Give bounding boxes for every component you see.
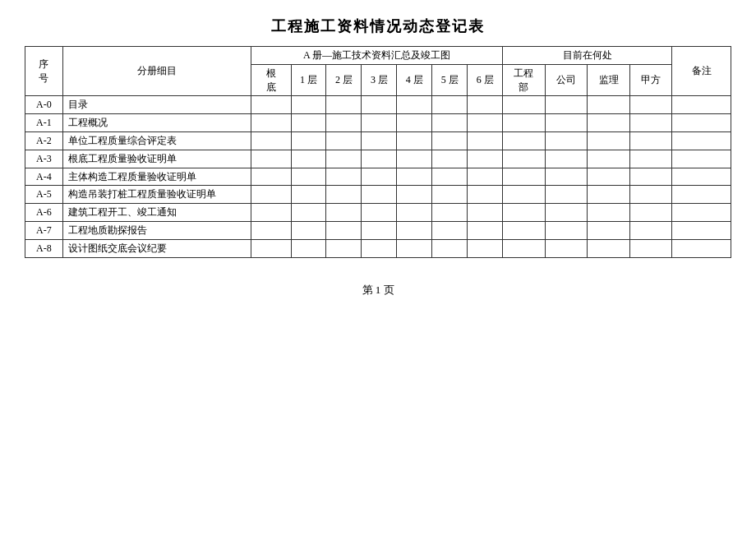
data-cell [468, 239, 503, 257]
row-id: A-5 [25, 186, 63, 204]
row-id: A-2 [25, 131, 63, 150]
col-2: 2 层 [326, 64, 362, 96]
page-footer: 第 1 页 [362, 283, 394, 297]
row-label: 根底工程质量验收证明单 [62, 150, 251, 168]
data-cell [291, 150, 326, 168]
data-cell [291, 131, 326, 150]
data-cell [672, 150, 731, 168]
data-cell [291, 186, 326, 204]
data-cell [672, 186, 731, 204]
data-cell [291, 204, 326, 222]
data-cell [545, 186, 588, 204]
data-cell [468, 150, 503, 168]
data-cell [251, 168, 291, 186]
data-cell [468, 186, 503, 204]
data-cell [326, 221, 362, 239]
data-cell [503, 239, 546, 257]
data-cell [629, 204, 672, 222]
data-cell [432, 131, 468, 150]
data-cell [672, 168, 731, 186]
data-cell [468, 168, 503, 186]
data-cell [468, 131, 503, 150]
row-label: 工程概况 [62, 114, 251, 132]
data-cell [432, 168, 468, 186]
data-cell [326, 150, 362, 168]
data-cell [545, 131, 588, 150]
row-label: 单位工程质量综合评定表 [62, 131, 251, 150]
data-cell [326, 186, 362, 204]
data-cell [629, 114, 672, 132]
data-cell [672, 96, 731, 114]
data-cell [503, 204, 546, 222]
data-cell [397, 150, 432, 168]
row-id: A-0 [25, 96, 63, 114]
data-cell [629, 221, 672, 239]
remarks-header: 备注 [672, 47, 731, 96]
data-cell [629, 96, 672, 114]
row-id: A-3 [25, 150, 63, 168]
data-cell [468, 204, 503, 222]
table-row: A-2单位工程质量综合评定表 [25, 131, 731, 150]
data-cell [362, 150, 397, 168]
data-cell [326, 239, 362, 257]
data-cell [362, 96, 397, 114]
table-row: A-0目录 [25, 96, 731, 114]
col-3: 3 层 [362, 64, 397, 96]
data-cell [251, 186, 291, 204]
data-cell [251, 131, 291, 150]
data-cell [503, 96, 546, 114]
table-row: A-6建筑工程开工、竣工通知 [25, 204, 731, 222]
current-location-header: 目前在何处 [503, 47, 672, 65]
data-cell [588, 204, 630, 222]
data-cell [672, 239, 731, 257]
data-cell [672, 204, 731, 222]
data-cell [291, 221, 326, 239]
data-cell [326, 114, 362, 132]
data-cell [362, 221, 397, 239]
col-jianli: 监理 [588, 64, 630, 96]
table-row: A-4主体构造工程质量验收证明单 [25, 168, 731, 186]
data-cell [588, 150, 630, 168]
data-cell [588, 96, 630, 114]
data-cell [588, 131, 630, 150]
data-cell [397, 96, 432, 114]
data-cell [588, 114, 630, 132]
data-cell [397, 114, 432, 132]
data-cell [545, 114, 588, 132]
col-header-sub: 分册细目 [62, 47, 251, 96]
data-cell [397, 204, 432, 222]
data-cell [432, 96, 468, 114]
data-cell [432, 186, 468, 204]
data-cell [397, 168, 432, 186]
data-cell [432, 239, 468, 257]
data-cell [503, 114, 546, 132]
data-cell [629, 168, 672, 186]
data-cell [397, 186, 432, 204]
row-label: 工程地质勘探报告 [62, 221, 251, 239]
data-cell [503, 168, 546, 186]
data-cell [672, 114, 731, 132]
data-cell [672, 221, 731, 239]
data-cell [629, 150, 672, 168]
data-cell [397, 221, 432, 239]
data-cell [503, 186, 546, 204]
data-cell [588, 168, 630, 186]
col-jiafang: 甲方 [629, 64, 672, 96]
data-cell [545, 239, 588, 257]
table-row: A-8设计图纸交底会议纪要 [25, 239, 731, 257]
data-cell [588, 239, 630, 257]
row-id: A-8 [25, 239, 63, 257]
data-cell [326, 204, 362, 222]
data-cell [397, 239, 432, 257]
data-cell [629, 131, 672, 150]
data-cell [251, 204, 291, 222]
data-cell [251, 221, 291, 239]
data-cell [291, 96, 326, 114]
data-cell [588, 186, 630, 204]
page-title: 工程施工资料情况动态登记表 [271, 16, 485, 36]
data-cell [503, 221, 546, 239]
data-cell [251, 96, 291, 114]
data-cell [362, 131, 397, 150]
section-a-header: A 册—施工技术资料汇总及竣工图 [251, 47, 502, 65]
data-cell [545, 168, 588, 186]
